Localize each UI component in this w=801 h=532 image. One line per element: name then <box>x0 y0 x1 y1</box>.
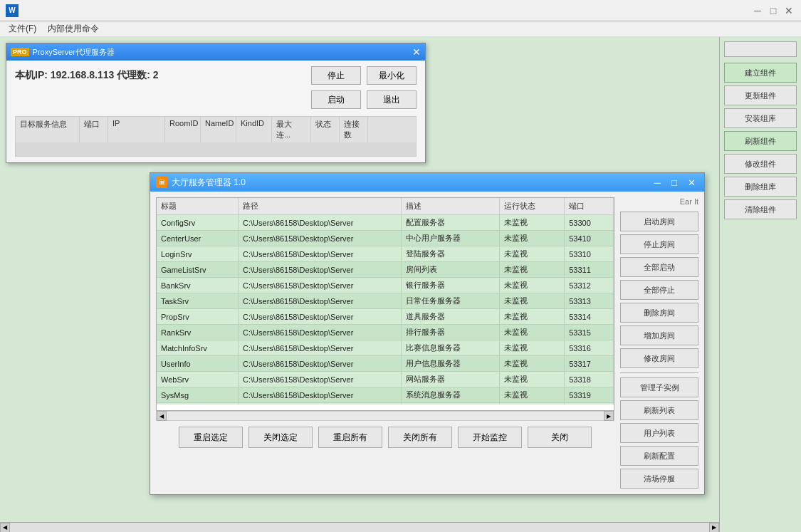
hall-maximize[interactable]: □ <box>667 176 681 189</box>
table-row[interactable]: SysMsgC:\Users\86158\Desktop\Server系统消息服… <box>157 387 614 403</box>
btn-start-monitor[interactable]: 开始监控 <box>458 427 522 448</box>
cell-desc: 银行服务器 <box>402 278 499 293</box>
proxy-buttons: 停止 最小化 <box>311 66 417 85</box>
main-scroll-left[interactable]: ◀ <box>0 523 10 533</box>
proxy-start-button[interactable]: 启动 <box>311 90 361 109</box>
service-table-header: 标题 路径 描述 运行状态 端口 <box>157 198 614 215</box>
main-btn-delete-component[interactable]: 删除组库 <box>724 177 797 197</box>
cell-path: C:\Users\86158\Desktop\Server <box>239 293 402 309</box>
scroll-left-arrow[interactable]: ◀ <box>157 411 167 421</box>
btn-clear-stop[interactable]: 清场停服 <box>620 469 698 489</box>
proxy-info-text: 本机IP: 192.168.8.113 代理数: 2 <box>15 69 311 82</box>
proxy-col-conncount: 连接数 <box>340 117 368 142</box>
right-divider <box>620 372 698 373</box>
cell-port: 53313 <box>565 293 614 309</box>
cell-title: UserInfo <box>157 356 239 372</box>
main-btn-update-component[interactable]: 更新组件 <box>724 85 797 105</box>
hall-minimize[interactable]: ─ <box>650 176 664 189</box>
table-row[interactable]: RankSrvC:\Users\86158\Desktop\Server排行服务… <box>157 325 614 340</box>
proxy-col-port: 端口 <box>80 117 108 142</box>
proxy-btn-row-2: 启动 退出 <box>15 90 417 109</box>
scroll-right-arrow[interactable]: ▶ <box>604 411 614 421</box>
cell-port: 53410 <box>565 231 614 246</box>
proxy-col-ip: IP <box>108 117 165 142</box>
btn-user-list[interactable]: 用户列表 <box>620 423 698 443</box>
hall-controls: ─ □ ✕ <box>650 176 698 189</box>
table-row[interactable]: BankSrvC:\Users\86158\Desktop\Server银行服务… <box>157 278 614 293</box>
proxy-close-button[interactable]: ✕ <box>412 46 421 58</box>
main-btn-modify-component[interactable]: 修改组件 <box>724 154 797 174</box>
proxy-buttons-2: 启动 退出 <box>311 90 417 109</box>
col-path: 路径 <box>239 198 402 215</box>
btn-modify-room[interactable]: 修改房间 <box>620 348 698 368</box>
table-scroll-wrapper[interactable]: 标题 路径 描述 运行状态 端口 ConfigSrvC:\Users\ <box>157 198 614 405</box>
minimize-button[interactable]: ─ <box>751 4 764 17</box>
table-row[interactable]: CenterUserC:\Users\86158\Desktop\Server中… <box>157 231 614 246</box>
cell-desc: 配置服务器 <box>402 215 499 231</box>
cell-path: C:\Users\86158\Desktop\Server <box>239 231 402 246</box>
col-desc: 描述 <box>402 198 499 215</box>
proxy-window: PRO ProxyServer代理服务器 ✕ 本机IP: 192.168.8.1… <box>6 43 426 163</box>
table-row[interactable]: LoginSrvC:\Users\86158\Desktop\Server登陆服… <box>157 246 614 262</box>
btn-restart-all[interactable]: 重启所有 <box>318 427 382 448</box>
proxy-exit-button[interactable]: 退出 <box>367 90 417 109</box>
cell-desc: 日常任务服务器 <box>402 293 499 309</box>
search-bar[interactable] <box>724 41 797 57</box>
menubar: 文件(F) 内部使用命令 <box>0 21 801 37</box>
proxy-stop-button[interactable]: 停止 <box>311 66 361 85</box>
proxy-col-nameid: NameID <box>201 117 236 142</box>
app-logo: W <box>6 4 19 17</box>
btn-add-room[interactable]: 增加房间 <box>620 325 698 345</box>
cell-path: C:\Users\86158\Desktop\Server <box>239 372 402 387</box>
table-row[interactable]: MatchInfoSrvC:\Users\86158\Desktop\Serve… <box>157 340 614 356</box>
cell-desc: 比赛信息服务器 <box>402 340 499 356</box>
btn-manage-instances[interactable]: 管理子实例 <box>620 377 698 397</box>
proxy-col-maxconn: 最大连... <box>272 117 311 142</box>
btn-close-all[interactable]: 关闭所有 <box>388 427 452 448</box>
proxy-minimize-button[interactable]: 最小化 <box>367 66 417 85</box>
btn-start-room[interactable]: 启动房间 <box>620 212 698 231</box>
service-table: 标题 路径 描述 运行状态 端口 ConfigSrvC:\Users\ <box>157 198 614 405</box>
btn-restart-selected[interactable]: 重启选定 <box>179 427 243 448</box>
proxy-table-header: 目标服务信息 端口 IP RoomID NameID KindID 最大连...… <box>15 116 417 142</box>
main-scroll-right[interactable]: ▶ <box>709 523 719 533</box>
menu-internal-commands[interactable]: 内部使用命令 <box>42 21 105 36</box>
btn-stop-all-rooms[interactable]: 全部停止 <box>620 280 698 300</box>
btn-refresh-list[interactable]: 刷新列表 <box>620 400 698 420</box>
maximize-button[interactable]: □ <box>767 4 780 17</box>
btn-close-window[interactable]: 关闭 <box>528 427 592 448</box>
proxy-col-status: 状态 <box>311 117 340 142</box>
main-bottom-scrollbar[interactable]: ◀ ▶ <box>0 522 719 532</box>
btn-refresh-config[interactable]: 刷新配置 <box>620 446 698 466</box>
cell-title: SysMsg <box>157 387 239 403</box>
main-btn-clear-component[interactable]: 清除组件 <box>724 199 797 219</box>
table-row[interactable]: OtherSrvC:\Users\86158\Desktop\Server默认服… <box>157 403 614 405</box>
menu-file[interactable]: 文件(F) <box>3 21 42 36</box>
horizontal-scrollbar[interactable]: ◀ ▶ <box>156 411 614 421</box>
cell-path: C:\Users\86158\Desktop\Server <box>239 309 402 325</box>
service-table-container: 标题 路径 描述 运行状态 端口 ConfigSrvC:\Users\ <box>156 197 614 411</box>
cell-path: C:\Users\86158\Desktop\Server <box>239 356 402 372</box>
main-btn-install-component[interactable]: 安装组库 <box>724 108 797 128</box>
cell-port: 53317 <box>565 356 614 372</box>
table-row[interactable]: TaskSrvC:\Users\86158\Desktop\Server日常任务… <box>157 293 614 309</box>
btn-close-selected[interactable]: 关闭选定 <box>248 427 313 448</box>
main-btn-create-component[interactable]: 建立组件 <box>724 63 797 83</box>
table-row[interactable]: WebSrvC:\Users\86158\Desktop\Server网站服务器… <box>157 372 614 387</box>
table-row[interactable]: GameListSrvC:\Users\86158\Desktop\Server… <box>157 262 614 278</box>
main-btn-refresh-component[interactable]: 刷新组件 <box>724 131 797 151</box>
hall-right-panel: Ear It 启动房间 停止房间 全部启动 全部停止 删除房间 增加房间 修改房… <box>620 197 698 489</box>
table-row[interactable]: ConfigSrvC:\Users\86158\Desktop\Server配置… <box>157 215 614 231</box>
cell-path: C:\Users\86158\Desktop\Server <box>239 340 402 356</box>
btn-start-all-rooms[interactable]: 全部启动 <box>620 257 698 277</box>
cell-status: 未监视 <box>499 278 565 293</box>
table-row[interactable]: PropSrvC:\Users\86158\Desktop\Server道具服务… <box>157 309 614 325</box>
cell-path: C:\Users\86158\Desktop\Server <box>239 387 402 403</box>
btn-stop-room[interactable]: 停止房间 <box>620 234 698 254</box>
table-row[interactable]: UserInfoC:\Users\86158\Desktop\Server用户信… <box>157 356 614 372</box>
btn-delete-room[interactable]: 删除房间 <box>620 303 698 323</box>
close-button[interactable]: ✕ <box>782 4 795 17</box>
cell-path: C:\Users\86158\Desktop\Server <box>239 403 402 405</box>
hall-close[interactable]: ✕ <box>684 176 698 189</box>
hall-table-area: 标题 路径 描述 运行状态 端口 ConfigSrvC:\Users\ <box>156 197 614 489</box>
